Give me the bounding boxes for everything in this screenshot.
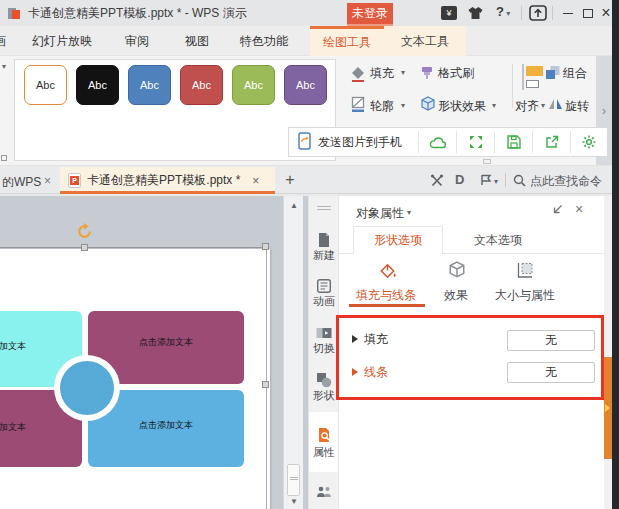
docer-icon[interactable]: D <box>455 172 464 187</box>
group-button[interactable]: 组合 <box>563 65 587 81</box>
login-button[interactable]: 未登录 <box>347 3 393 24</box>
shape-style-swatch-6[interactable]: Abc <box>284 65 327 105</box>
shape-effects-icon <box>420 96 436 115</box>
menu-tab-drawing-tools-active[interactable]: 绘图工具 <box>310 26 384 56</box>
selection-border-top <box>0 247 266 248</box>
rotate-icon <box>548 97 563 113</box>
send-to-phone-button[interactable]: 发送图片到手机 <box>318 134 402 151</box>
dock-item-new[interactable]: 新建 <box>309 248 339 263</box>
shape-effects-dropdown-icon[interactable]: ▾ <box>492 101 496 110</box>
menu-tab-slideshow[interactable]: 幻灯片放映 <box>32 26 92 56</box>
selection-border-right <box>266 247 267 509</box>
shop-shirt-icon[interactable] <box>467 6 484 23</box>
rotate-button[interactable]: 旋转 <box>565 98 589 114</box>
subtab-effects[interactable]: 效果 <box>444 287 468 304</box>
properties-icon[interactable] <box>316 427 332 446</box>
new-tab-button[interactable]: + <box>281 170 299 190</box>
settings-gear-icon[interactable] <box>571 135 607 149</box>
format-painter-button[interactable]: 格式刷 <box>438 65 474 81</box>
dock-drag-handle[interactable] <box>317 206 331 210</box>
tools-crossed-icon[interactable] <box>430 174 444 190</box>
sendbar-collapse-handle[interactable] <box>483 159 491 164</box>
menu-tab-review[interactable]: 审阅 <box>125 26 149 56</box>
fill-line-subtab-icon <box>378 262 397 283</box>
command-search-input[interactable]: 点此查找命令 <box>530 173 602 190</box>
format-painter-icon <box>420 66 434 83</box>
tab-home-wps[interactable]: 的WPS × <box>0 167 59 194</box>
dock-item-animation[interactable]: 动画 <box>309 294 339 309</box>
selection-handle-top[interactable] <box>81 244 88 251</box>
canvas-scrollbar-thumb[interactable] <box>287 464 300 496</box>
subtab-size-properties[interactable]: 大小与属性 <box>494 287 556 304</box>
tab-text-options[interactable]: 文本选项 <box>443 226 553 254</box>
dock-item-transition[interactable]: 切换 <box>309 341 339 356</box>
rotation-handle[interactable] <box>76 223 93 243</box>
panel-collapse-icon[interactable] <box>552 204 563 218</box>
collaborate-people-icon[interactable] <box>316 486 332 501</box>
canvas-scrollbar[interactable]: ▲ ▼ <box>283 196 303 509</box>
outline-dropdown-icon[interactable]: ▾ <box>401 101 405 110</box>
panel-scrollbar-thumb[interactable] <box>604 357 612 459</box>
panel-title-dropdown-icon[interactable]: ▾ <box>407 208 411 217</box>
share-icon[interactable] <box>533 135 570 149</box>
outline-icon <box>350 96 366 115</box>
shape-style-swatch-5[interactable]: Abc <box>232 65 275 105</box>
ppt-file-icon: P <box>68 173 81 188</box>
align-button[interactable]: 对齐 <box>515 98 539 114</box>
cloud-sync-icon[interactable] <box>419 136 456 149</box>
scroll-down-icon[interactable]: ▼ <box>284 494 304 508</box>
panel-title: 对象属性 <box>356 205 404 222</box>
slide-canvas[interactable]: 点击添加文本 点击添加文本 点击添加文本 点击添加文本 ▲ ▼ <box>0 196 308 509</box>
menu-tab-special-features[interactable]: 特色功能 <box>240 26 288 56</box>
shape-style-swatch-1[interactable]: Abc <box>24 65 67 105</box>
dock-item-shapes[interactable]: 形状 <box>309 388 339 403</box>
shape-style-swatch-2[interactable]: Abc <box>76 65 119 105</box>
placeholder-text[interactable]: 点击添加文本 <box>88 419 244 432</box>
tab-shape-options-active[interactable]: 形状选项 <box>353 226 443 254</box>
fill-button[interactable]: 填充 <box>370 65 394 81</box>
wps-presentation-window: 卡通创意精美PPT模板.pptx * - WPS 演示 未登录 ¥ ? ▾ × … <box>0 0 619 509</box>
minimize-button[interactable] <box>558 4 578 22</box>
menu-tab-text-tools[interactable]: 文本工具 <box>384 26 466 56</box>
shape-effects-button[interactable]: 形状效果 <box>438 98 486 114</box>
outline-button[interactable]: 轮廓 <box>370 98 394 114</box>
titlebar-separator <box>521 6 522 20</box>
panel-scrollbar-arrow-icon <box>605 404 610 412</box>
ribbon-separator <box>512 64 513 108</box>
fullscreen-icon[interactable] <box>457 135 494 149</box>
flag-icon[interactable] <box>480 174 492 189</box>
effects-subtab-icon <box>448 261 466 282</box>
tab-home-close-icon[interactable]: × <box>44 174 51 188</box>
wallet-icon[interactable]: ¥ <box>441 6 457 20</box>
scroll-up-icon[interactable]: ▲ <box>284 198 304 212</box>
selection-handle-right[interactable] <box>262 381 269 388</box>
tabbar-separator <box>505 173 506 187</box>
subtab-fill-line-active[interactable]: 填充与线条 <box>355 287 417 304</box>
placeholder-text[interactable]: 点击添加文本 <box>0 421 26 434</box>
selection-handle-top-right[interactable] <box>262 243 269 250</box>
panel-close-icon[interactable]: × <box>575 201 583 217</box>
align-dropdown-icon[interactable]: ▾ <box>541 101 545 110</box>
gallery-scroll-icon[interactable]: ▾ <box>2 62 6 71</box>
maximize-button[interactable] <box>578 4 598 22</box>
shape-style-swatch-4[interactable]: Abc <box>180 65 223 105</box>
panel-scrollbar[interactable] <box>604 196 612 509</box>
tab-document-close-icon[interactable]: × <box>252 174 259 188</box>
menu-tab-view[interactable]: 视图 <box>185 26 209 56</box>
save-icon[interactable] <box>495 135 532 149</box>
menu-tab-partial[interactable]: 画 <box>0 26 6 56</box>
titlebar-separator-2 <box>552 6 553 20</box>
fill-dropdown-icon[interactable]: ▾ <box>401 68 405 77</box>
shape-style-swatch-3[interactable]: Abc <box>128 65 171 105</box>
send-to-phone-bar: 发送图片到手机 <box>288 127 608 157</box>
dialog-launcher-icon[interactable] <box>1 155 7 161</box>
help-icon[interactable]: ? ▾ <box>496 4 510 19</box>
tab-document-label: 卡通创意精美PPT模板.pptx * <box>87 172 240 189</box>
slide-circle-shape[interactable] <box>60 361 114 415</box>
placeholder-text[interactable]: 点击添加文本 <box>0 340 26 353</box>
placeholder-text[interactable]: 点击添加文本 <box>88 336 244 349</box>
flag-dropdown-icon[interactable]: ▾ <box>494 177 498 186</box>
tab-document-active[interactable]: P 卡通创意精美PPT模板.pptx * × <box>60 167 275 194</box>
upload-share-icon[interactable] <box>529 5 547 24</box>
dock-item-properties[interactable]: 属性 <box>309 445 339 460</box>
